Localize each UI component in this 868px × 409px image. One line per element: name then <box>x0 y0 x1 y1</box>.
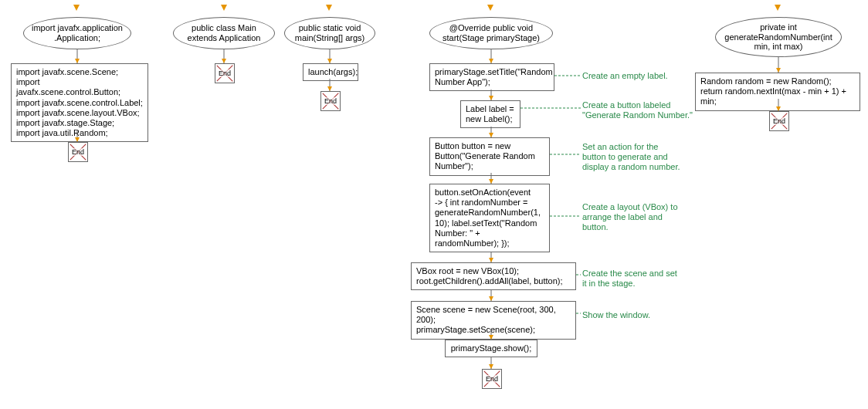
head-main: public static void main(String[] args) <box>284 17 375 49</box>
end-node: End <box>769 111 789 131</box>
start-step6: Scene scene = new Scene(root, 300, 200);… <box>411 301 576 340</box>
entry-arrow <box>487 5 493 11</box>
end-node: End <box>320 91 341 111</box>
start-step2: Label label = new Label(); <box>460 100 520 128</box>
end-label: End <box>218 69 232 77</box>
comment-set-action: Set an action for the button to generate… <box>582 142 680 173</box>
comment-create-button: Create a button labeled "Generate Random… <box>582 100 693 120</box>
end-label: End <box>324 97 337 105</box>
end-label: End <box>485 375 499 383</box>
head-imports: import javafx.application .Application; <box>23 17 131 49</box>
end-label: End <box>71 148 85 156</box>
genrandom-body: Random random = new Random(); return ran… <box>695 73 860 111</box>
start-step1: primaryStage.setTitle("Random Number App… <box>429 63 554 91</box>
head-start: @Override public void start(Stage primar… <box>429 17 553 49</box>
start-step7: primaryStage.show(); <box>445 340 537 357</box>
entry-arrow <box>73 5 80 11</box>
entry-arrow <box>326 5 332 11</box>
comment-vbox: Create a layout (VBox) to arrange the la… <box>582 202 678 233</box>
comment-show: Show the window. <box>582 310 650 320</box>
end-node: End <box>482 369 502 389</box>
flowchart-canvas: import javafx.application .Application; … <box>0 0 868 409</box>
end-node: End <box>215 63 235 83</box>
end-node: End <box>68 142 88 162</box>
comment-empty-label: Create an empty label. <box>582 71 668 81</box>
start-step4: button.setOnAction(event -> { int random… <box>429 184 550 252</box>
start-step5: VBox root = new VBox(10); root.getChildr… <box>411 262 576 290</box>
main-body: launch(args); <box>303 63 358 81</box>
entry-arrow <box>221 5 227 11</box>
end-label: End <box>772 117 786 125</box>
head-class: public class Main extends Application <box>173 17 275 49</box>
head-genrandom: private int generateRandomNumber(int min… <box>715 17 842 57</box>
start-step3: Button button = new Button("Generate Ran… <box>429 137 550 176</box>
imports-body: import javafx.scene.Scene; import javafx… <box>11 63 148 142</box>
comment-scene: Create the scene and set it in the stage… <box>582 269 677 289</box>
entry-arrow <box>775 5 781 11</box>
